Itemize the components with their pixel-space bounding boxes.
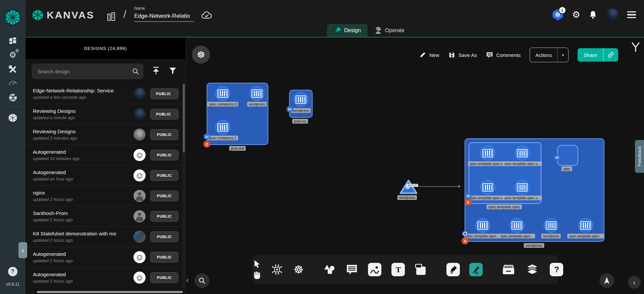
pod-badge-icon[interactable] <box>204 133 210 140</box>
container-node[interactable] <box>215 120 230 135</box>
visibility-badge[interactable]: PUBLIC <box>150 109 178 120</box>
expand-panel-button[interactable]: › <box>18 242 27 258</box>
canvas-kubernetes-button[interactable]: ☸ <box>192 46 210 64</box>
service-node[interactable]: ☸ wordpress <box>399 179 418 195</box>
menu-button[interactable] <box>627 11 636 18</box>
container-node[interactable] <box>480 180 495 195</box>
sidebar-item-lifecycle[interactable]: ⚙⚙ <box>0 48 25 62</box>
hierarchy-view-button[interactable] <box>631 42 641 54</box>
search-input[interactable] <box>37 64 129 79</box>
design-list-item[interactable]: Autogenerated updated 2 hours ago ☺ PUBL… <box>25 247 182 267</box>
container-node[interactable] <box>215 86 230 101</box>
design-list-item[interactable]: Reviewing Designs updated a minute ago P… <box>25 104 182 124</box>
container-node[interactable] <box>544 218 558 233</box>
design-list-item[interactable]: Santhosh-Prom updated 2 hours ago PUBLIC <box>25 206 182 226</box>
design-canvas[interactable]: ☸ New Save As Comments Actions <box>185 38 644 294</box>
freehand-draw-tool[interactable] <box>469 263 483 276</box>
import-design-button[interactable] <box>152 66 160 76</box>
visibility-badge[interactable]: PUBLIC <box>150 88 178 99</box>
visibility-badge[interactable]: PUBLIC <box>150 231 178 242</box>
container-node[interactable] <box>509 218 524 233</box>
design-name-input[interactable] <box>134 12 194 22</box>
collapse-right-panel-button[interactable]: ‹ <box>628 276 641 289</box>
visibility-badge[interactable]: PUBLIC <box>150 252 178 263</box>
copy-link-button[interactable] <box>603 48 618 62</box>
visibility-badge[interactable]: PUBLIC <box>150 150 178 160</box>
select-tool[interactable] <box>253 260 261 268</box>
text-tool[interactable]: T <box>391 263 405 276</box>
design-list-item[interactable]: Reviewing Designs updated 2 minutes ago … <box>25 124 182 145</box>
design-list-item[interactable]: Autogenerated updated 2 hours ago ☺ PUBL… <box>25 267 182 288</box>
network-edge[interactable] <box>417 186 460 187</box>
meshery-logo[interactable] <box>5 9 21 26</box>
container-node[interactable] <box>293 92 308 107</box>
sync-status-button[interactable] <box>201 11 212 21</box>
filter-button[interactable] <box>169 67 177 76</box>
sidebar-item-kanvas[interactable] <box>0 111 25 125</box>
new-button[interactable]: New <box>419 52 439 58</box>
organization-button[interactable] <box>106 11 116 23</box>
sidebar-item-configuration[interactable] <box>0 63 25 76</box>
layers-tool[interactable] <box>526 264 538 276</box>
visibility-badge[interactable]: PUBLIC <box>150 129 178 140</box>
kanvas-logo[interactable]: KANVAS <box>32 9 94 21</box>
kubernetes-tool[interactable]: ☸ <box>293 263 304 276</box>
container-node[interactable] <box>250 86 264 101</box>
sidebar-item-performance[interactable] <box>0 76 25 89</box>
pod-group[interactable]: spec.containers.0 wordpress spec.contain… <box>207 83 268 145</box>
design-list-item[interactable]: Autogenerated updated an hour ago ☺ PUBL… <box>25 165 182 186</box>
pod-badge-icon[interactable] <box>286 106 293 113</box>
design-list-item[interactable]: nginx updated 2 hours ago PUBLIC <box>25 186 182 206</box>
user-avatar[interactable] <box>606 8 619 21</box>
comment-tool[interactable] <box>346 264 358 275</box>
visibility-badge[interactable]: PUBLIC <box>150 191 178 201</box>
recenter-button[interactable] <box>599 273 614 288</box>
search-icon[interactable] <box>131 67 140 77</box>
pod-group-small[interactable]: wordpress pod-roc <box>289 90 313 118</box>
design-list-item[interactable]: Autogenerated updated 10 minutes ago ☺ P… <box>25 145 182 165</box>
actions-dropdown[interactable]: Actions ▾ <box>530 48 569 62</box>
issue-count-badge[interactable]: 5 <box>465 199 472 206</box>
visibility-badge[interactable]: PUBLIC <box>150 272 178 283</box>
container-node[interactable] <box>515 180 530 195</box>
zoom-button[interactable] <box>195 273 209 288</box>
image-tool[interactable] <box>368 263 381 276</box>
pod-badge-icon[interactable] <box>554 154 560 161</box>
container-node[interactable] <box>578 218 593 233</box>
save-as-button[interactable]: Save As <box>448 52 477 58</box>
container-node[interactable] <box>515 146 530 160</box>
design-list-hscrollbar[interactable] <box>37 291 183 293</box>
design-list-item[interactable]: K8 Statefulset demonstration with mo upd… <box>25 226 182 247</box>
tab-operate[interactable]: Operate <box>368 24 411 37</box>
design-list-item[interactable]: Edge-Network-Relationship: Service updat… <box>25 84 182 104</box>
sidebar-item-extensions[interactable] <box>0 91 25 104</box>
drawer-tool[interactable] <box>502 264 515 275</box>
visibility-badge[interactable]: PUBLIC <box>150 170 178 181</box>
shapes-tool[interactable] <box>324 264 336 275</box>
pen-tool[interactable] <box>446 263 460 276</box>
visibility-badge[interactable]: PUBLIC <box>150 211 178 222</box>
settings-button[interactable]: ⚙ <box>572 9 580 20</box>
scrollbar-thumb[interactable] <box>183 84 185 152</box>
kubernetes-context-button[interactable]: ☸ 1 <box>552 9 564 20</box>
feedback-tab[interactable]: Feedback <box>635 140 644 173</box>
components-tool[interactable] <box>271 264 283 275</box>
collapse-panel-button[interactable]: ‹ <box>186 276 189 285</box>
caret-down-icon[interactable]: ▾ <box>557 48 568 62</box>
issue-count-badge[interactable]: 3 <box>462 237 469 244</box>
container-node[interactable] <box>480 146 495 160</box>
share-button[interactable]: Share <box>578 48 618 62</box>
comments-button[interactable]: Comments <box>486 52 521 58</box>
help-button[interactable]: ? <box>8 267 17 276</box>
pod-badge-icon[interactable] <box>465 193 472 199</box>
help-tool[interactable]: ? <box>550 263 563 276</box>
tab-design[interactable]: Design <box>327 24 368 37</box>
sidebar-item-dashboard[interactable] <box>0 34 25 48</box>
container-node[interactable] <box>475 218 490 233</box>
spec-shape[interactable] <box>557 145 578 166</box>
issue-count-badge[interactable]: 2 <box>203 141 210 148</box>
pod-template-group[interactable]: spec.template.spec.s... spec.template.sp… <box>469 142 541 204</box>
note-tool[interactable] <box>415 264 427 275</box>
notifications-button[interactable] <box>589 10 597 19</box>
pan-tool[interactable] <box>253 271 261 280</box>
